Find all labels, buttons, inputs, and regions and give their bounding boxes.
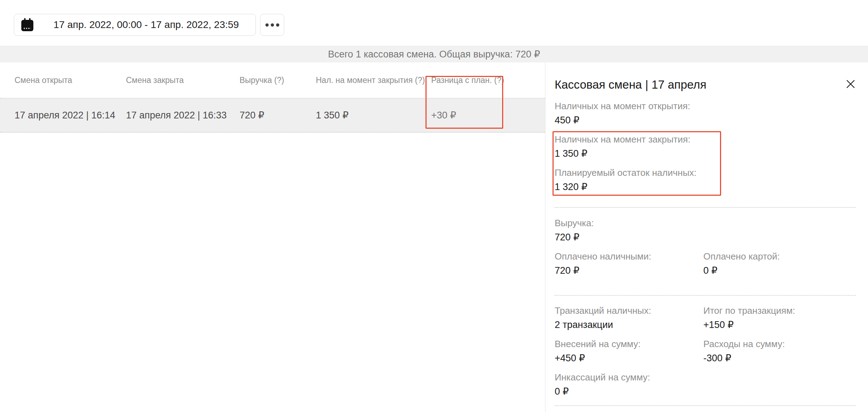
toolbar: 17 апр. 2022, 00:00 - 17 апр. 2022, 23:5…	[0, 0, 868, 46]
table-header-row: Смена открыта Смена закрыта Выручка (?) …	[0, 62, 545, 99]
field-planned-cash: Планируемый остаток наличных: 1 320 ₽	[555, 167, 856, 192]
field-cash-transactions: Транзакций наличных: 2 транзакции	[555, 305, 703, 330]
shifts-table: Смена открыта Смена закрыта Выручка (?) …	[0, 62, 545, 412]
field-expenses: Расходы на сумму: -300 ₽	[703, 339, 856, 363]
shift-detail-panel: Кассовая смена | 17 апреля Наличных на м…	[545, 62, 868, 412]
panel-title: Кассовая смена | 17 апреля	[555, 78, 707, 91]
cell-shift-closed: 17 апреля 2022 | 16:33	[126, 110, 240, 121]
field-revenue: Выручка: 720 ₽	[555, 218, 856, 243]
close-icon	[845, 79, 856, 89]
more-options-button[interactable]	[260, 14, 284, 36]
cell-shift-opened: 17 апреля 2022 | 16:14	[15, 110, 126, 121]
field-deposits: Внесений на сумму: +450 ₽	[555, 339, 703, 363]
field-collections: Инкассаций на сумму: 0 ₽	[555, 372, 856, 397]
calendar-icon	[21, 18, 33, 32]
table-row[interactable]: 17 апреля 2022 | 16:14 17 апреля 2022 | …	[0, 99, 545, 133]
summary-text: Всего 1 кассовая смена. Общая выручка: 7…	[328, 49, 540, 60]
col-header-shift-opened: Смена открыта	[15, 76, 126, 85]
col-header-plan-diff: Разница с план. (?)	[431, 76, 545, 85]
date-range-picker[interactable]: 17 апр. 2022, 00:00 - 17 апр. 2022, 23:5…	[14, 14, 256, 36]
section-divider	[555, 405, 856, 406]
close-button[interactable]	[845, 79, 856, 89]
field-paid-cash: Оплачено наличными: 720 ₽	[555, 251, 703, 276]
ellipsis-icon	[265, 23, 269, 27]
field-closing-cash: Наличных на момент закрытия: 1 350 ₽	[555, 134, 856, 159]
date-range-value: 17 апр. 2022, 00:00 - 17 апр. 2022, 23:5…	[44, 19, 248, 30]
summary-bar: Всего 1 кассовая смена. Общая выручка: 7…	[0, 46, 868, 62]
col-header-revenue: Выручка (?)	[240, 76, 316, 85]
field-opening-cash: Наличных на момент открытия: 450 ₽	[555, 101, 856, 126]
cell-cash-at-close: 1 350 ₽	[316, 110, 431, 121]
section-divider	[555, 295, 856, 296]
col-header-shift-closed: Смена закрыта	[126, 76, 240, 85]
field-paid-card: Оплачено картой: 0 ₽	[703, 251, 856, 276]
col-header-cash-at-close: Нал. на момент закрытия (?)	[316, 76, 431, 85]
cell-plan-diff: +30 ₽	[431, 110, 545, 121]
field-transactions-total: Итог по транзакциям: +150 ₽	[703, 305, 856, 330]
cell-revenue: 720 ₽	[240, 110, 316, 121]
section-divider	[555, 207, 856, 208]
